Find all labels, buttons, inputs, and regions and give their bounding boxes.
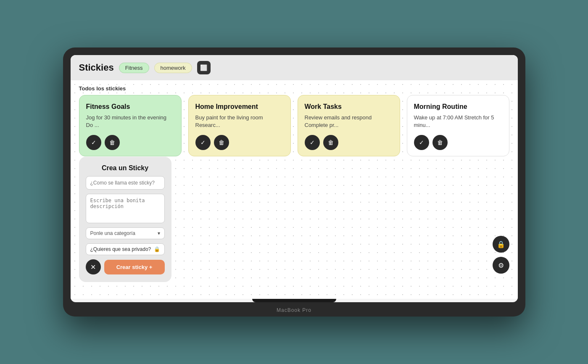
card-description: Buy paint for the living room Researc... <box>195 114 284 129</box>
card-description: Wake up at 7:00 AM Stretch for 5 minu... <box>414 114 502 129</box>
form-buttons: ✕ Crear sticky + <box>86 259 165 274</box>
card-description: Jog for 30 minutes in the evening Do ... <box>86 114 174 129</box>
archive-icon: ⬜ <box>200 64 207 71</box>
private-label: ¿Quieres que sea privado? <box>90 246 151 252</box>
archive-button[interactable]: ⬜ <box>197 61 211 74</box>
lock-icon: 🔒 <box>154 246 160 252</box>
create-form: Crea un Sticky Ponle una categoría ▾ ¿Qu… <box>79 157 171 282</box>
card-morning-routine: Morning Routine Wake up at 7:00 AM Stret… <box>407 95 509 156</box>
cards-row: Fitness Goals Jog for 30 minutes in the … <box>71 95 518 165</box>
category-placeholder: Ponle una categoría <box>90 230 135 236</box>
private-row: ¿Quieres que sea privado? 🔒 <box>86 243 165 255</box>
card-actions: ✓ 🗑 <box>195 135 284 150</box>
floating-buttons: 🔒 ⚙ <box>493 236 509 274</box>
settings-float-button[interactable]: ⚙ <box>493 257 509 274</box>
tag-fitness[interactable]: Fitness <box>119 63 149 73</box>
delete-button[interactable]: 🗑 <box>105 135 120 150</box>
section-label: Todos los stickies <box>71 80 518 95</box>
card-home-improvement: Home Improvement Buy paint for the livin… <box>188 95 291 156</box>
check-button[interactable]: ✓ <box>86 135 101 150</box>
gear-icon: ⚙ <box>498 261 504 269</box>
laptop-brand: MacBook Pro <box>277 307 311 313</box>
create-form-title: Crea un Sticky <box>86 164 165 172</box>
app-header: Stickies Fitness homework ⬜ <box>71 55 518 80</box>
sticky-name-input[interactable] <box>86 176 165 190</box>
chevron-down-icon: ▾ <box>158 230 160 236</box>
card-description: Review emails and respond Complete pr... <box>305 114 393 129</box>
lock-float-button[interactable]: 🔒 <box>493 236 509 253</box>
cancel-button[interactable]: ✕ <box>86 259 101 274</box>
delete-button[interactable]: 🗑 <box>432 135 448 150</box>
card-actions: ✓ 🗑 <box>86 135 174 150</box>
sticky-desc-input[interactable] <box>86 194 165 223</box>
delete-button[interactable]: 🗑 <box>323 135 338 150</box>
check-button[interactable]: ✓ <box>305 135 320 150</box>
card-work-tasks: Work Tasks Review emails and respond Com… <box>298 95 400 156</box>
card-actions: ✓ 🗑 <box>414 135 502 150</box>
card-title: Fitness Goals <box>86 103 174 111</box>
card-actions: ✓ 🗑 <box>305 135 393 150</box>
category-select[interactable]: Ponle una categoría ▾ <box>86 227 165 239</box>
card-title: Home Improvement <box>195 103 284 111</box>
create-sticky-button[interactable]: Crear sticky + <box>104 260 165 274</box>
tag-homework[interactable]: homework <box>154 63 192 73</box>
lock-icon: 🔒 <box>497 240 505 248</box>
card-fitness-goals: Fitness Goals Jog for 30 minutes in the … <box>79 95 182 156</box>
card-title: Morning Routine <box>414 103 502 111</box>
card-title: Work Tasks <box>305 103 393 111</box>
check-button[interactable]: ✓ <box>195 135 211 150</box>
check-button[interactable]: ✓ <box>414 135 429 150</box>
delete-button[interactable]: 🗑 <box>214 135 229 150</box>
close-icon: ✕ <box>90 263 96 271</box>
app-title: Stickies <box>79 62 114 73</box>
